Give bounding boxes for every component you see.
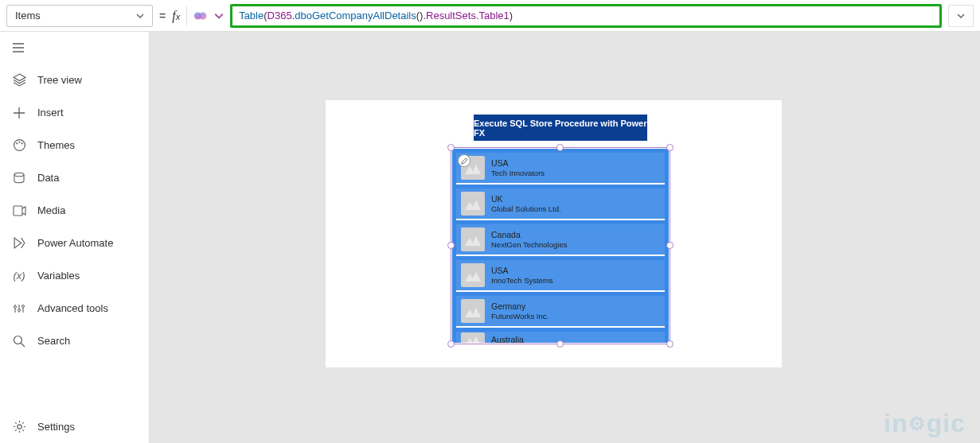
list-item[interactable]: GermanyFutureWorks Inc. (456, 296, 665, 328)
nav-search[interactable]: Search (0, 324, 149, 357)
svg-point-10 (22, 305, 25, 307)
image-placeholder-icon (461, 263, 485, 287)
nav-data[interactable]: Data (0, 161, 149, 194)
copilot-icon[interactable] (193, 9, 208, 23)
formula-bar: Items = fx Table(D365.dboGetCompanyAllDe… (0, 0, 980, 32)
nav-insert[interactable]: Insert (0, 96, 149, 129)
fx-label: fx (172, 9, 180, 23)
canvas[interactable]: Execute SQL Store Procedure with Power F… (150, 32, 980, 443)
svg-point-2 (14, 140, 25, 151)
gear-icon (12, 420, 26, 434)
svg-point-5 (21, 142, 22, 144)
nav-label: Media (37, 204, 65, 216)
property-selector-value: Items (15, 10, 41, 21)
nav-label: Insert (37, 107, 64, 119)
list-item[interactable]: USATech Innovators (456, 153, 665, 185)
list-item[interactable]: USAInnoTech Systems (456, 260, 665, 292)
nav-label: Search (37, 335, 70, 347)
list-item[interactable]: UKGlobal Solutions Ltd. (456, 188, 665, 220)
svg-point-4 (18, 142, 20, 143)
edit-badge-icon[interactable] (458, 154, 470, 167)
flow-icon (12, 236, 26, 251)
watermark-logo: in⚙gic (884, 409, 966, 438)
image-placeholder-icon (461, 299, 485, 323)
formula-input[interactable]: Table(D365.dboGetCompanyAllDetails().Res… (230, 4, 942, 28)
nav-themes[interactable]: Themes (0, 129, 149, 161)
formula-token-fn: Table (239, 10, 264, 21)
database-icon (12, 171, 26, 185)
media-icon (12, 204, 26, 218)
nav-label: Advanced tools (37, 302, 108, 314)
svg-point-1 (199, 12, 206, 19)
nav-power-automate[interactable]: Power Automate (0, 227, 149, 259)
app-screen[interactable]: Execute SQL Store Procedure with Power F… (326, 100, 782, 367)
image-placeholder-icon (461, 192, 485, 216)
check-icon[interactable] (214, 11, 224, 21)
tools-icon (12, 301, 26, 316)
chevron-down-icon (957, 12, 965, 20)
formula-expand-button[interactable] (948, 5, 974, 27)
left-nav: Tree view Insert Themes Data Media Power… (0, 32, 150, 443)
svg-point-9 (18, 309, 21, 311)
nav-tree-view[interactable]: Tree view (0, 64, 149, 96)
property-selector[interactable]: Items (6, 5, 153, 27)
nav-label: Power Automate (37, 237, 113, 249)
nav-label: Tree view (37, 74, 82, 86)
svg-point-8 (14, 305, 17, 308)
svg-point-11 (14, 336, 22, 344)
svg-point-6 (14, 173, 24, 177)
palette-icon (12, 138, 26, 153)
variable-icon: (x) (12, 269, 26, 283)
search-icon (12, 334, 26, 348)
nav-settings[interactable]: Settings (0, 410, 149, 443)
hamburger-icon (12, 41, 25, 54)
gallery-control[interactable]: USATech Innovators UKGlobal Solutions Lt… (452, 149, 669, 343)
svg-rect-7 (14, 206, 22, 216)
nav-label: Variables (37, 270, 80, 282)
chevron-down-icon (136, 12, 144, 20)
nav-variables[interactable]: (x) Variables (0, 259, 149, 292)
svg-point-12 (17, 425, 21, 429)
image-placeholder-icon (461, 332, 485, 343)
nav-label: Settings (37, 421, 75, 433)
nav-advanced-tools[interactable]: Advanced tools (0, 292, 149, 324)
title-button[interactable]: Execute SQL Store Procedure with Power F… (474, 115, 647, 141)
list-item[interactable]: CanadaNextGen Technologies (456, 224, 665, 256)
layers-icon (12, 73, 26, 87)
nav-label: Data (37, 172, 59, 184)
divider (186, 6, 187, 25)
list-item[interactable]: Australia (456, 332, 665, 343)
image-placeholder-icon (461, 227, 485, 251)
nav-hamburger[interactable] (0, 32, 149, 64)
equals-sign: = (159, 10, 166, 22)
nav-label: Themes (37, 139, 75, 151)
nav-media[interactable]: Media (0, 194, 149, 227)
plus-icon (12, 106, 26, 120)
svg-point-3 (16, 142, 18, 144)
